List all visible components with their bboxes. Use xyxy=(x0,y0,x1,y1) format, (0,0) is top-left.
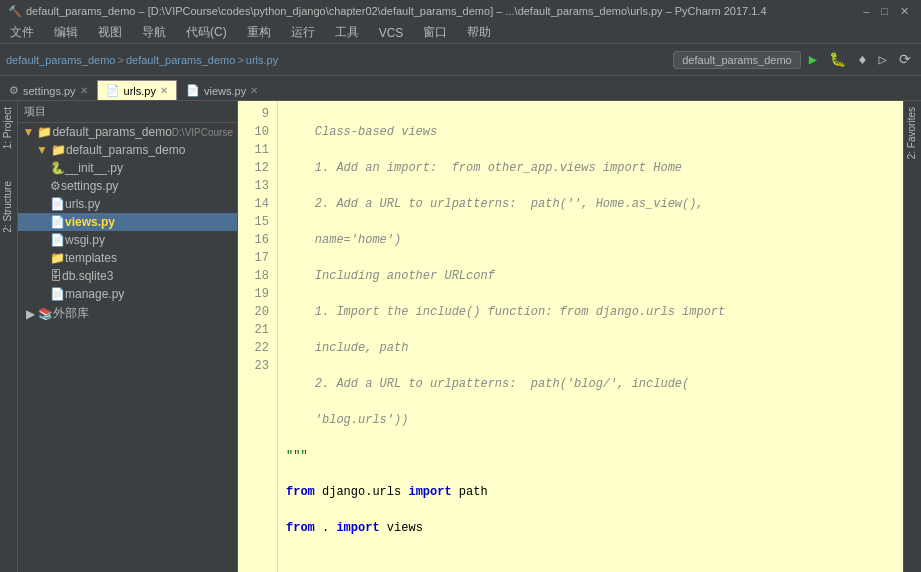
init-file-icon: 🐍 xyxy=(50,161,65,175)
app-icon: 🔨 xyxy=(8,5,22,18)
tabs-bar: ⚙ settings.py ✕ 📄 urls.py ✕ 📄 views.py ✕ xyxy=(0,76,921,101)
code-lines[interactable]: Class-based views 1. Add an import: from… xyxy=(278,101,903,572)
tree-item-views[interactable]: 📄 views.py xyxy=(18,213,237,231)
line-num-21: 21 xyxy=(246,321,269,339)
maximize-button[interactable]: □ xyxy=(877,5,892,18)
code-line-17: from . import views xyxy=(286,519,895,537)
tree-package-label: default_params_demo xyxy=(66,143,185,157)
menu-run[interactable]: 运行 xyxy=(285,23,321,42)
db-file-icon: 🗄 xyxy=(50,269,62,283)
tree-views-label: views.py xyxy=(65,215,115,229)
breadcrumb-sep2: > xyxy=(237,54,243,66)
tree-item-root[interactable]: ▼ 📁 default_params_demo D:\VIPCourse xyxy=(18,123,237,141)
toolbar: default_params_demo > default_params_dem… xyxy=(0,44,921,76)
favorites-panel-label[interactable]: 2: Favorites xyxy=(904,101,921,165)
structure-panel-label[interactable]: 2: Structure xyxy=(0,175,17,239)
code-line-13a: 1. Import the include() function: from d… xyxy=(286,303,895,321)
title-bar: 🔨 default_params_demo – [D:\VIPCourse\co… xyxy=(0,0,921,22)
project-panel-label[interactable]: 1: Project xyxy=(0,101,17,155)
tab-views-close[interactable]: ✕ xyxy=(250,85,258,96)
tab-settings-label: settings.py xyxy=(23,85,76,97)
code-line-16: from django.urls import path xyxy=(286,483,895,501)
settings-file-icon: ⚙ xyxy=(9,84,19,97)
code-line-11a: 2. Add a URL to urlpatterns: path('', Ho… xyxy=(286,195,895,213)
reload-button[interactable]: ⟳ xyxy=(895,49,915,70)
tree-urls-label: urls.py xyxy=(65,197,100,211)
breadcrumb-sep1: > xyxy=(117,54,123,66)
tree-manage-label: manage.py xyxy=(65,287,124,301)
package-folder-icon: 📁 xyxy=(51,143,66,157)
tree-settings-label: settings.py xyxy=(61,179,118,193)
window-controls[interactable]: – □ ✕ xyxy=(859,5,913,18)
tree-root-label: default_params_demo xyxy=(52,125,171,139)
tree-item-manage[interactable]: 📄 manage.py xyxy=(18,285,237,303)
tree-item-db[interactable]: 🗄 db.sqlite3 xyxy=(18,267,237,285)
code-line-11b: name='home') xyxy=(286,231,895,249)
line-num-14a: 14 xyxy=(246,195,269,213)
tree-item-package[interactable]: ▼ 📁 default_params_demo xyxy=(18,141,237,159)
menu-help[interactable]: 帮助 xyxy=(461,23,497,42)
breadcrumb-project[interactable]: default_params_demo xyxy=(6,54,115,66)
menu-navigate[interactable]: 导航 xyxy=(136,23,172,42)
line-num-18: 18 xyxy=(246,267,269,285)
tab-settings[interactable]: ⚙ settings.py ✕ xyxy=(0,80,97,100)
menu-vcs[interactable]: VCS xyxy=(373,25,410,41)
main-layout: 1: Project 2: Structure 项目 ▼ 📁 default_p… xyxy=(0,101,921,572)
tree-item-templates[interactable]: 📁 templates xyxy=(18,249,237,267)
code-line-15: """ xyxy=(286,447,895,465)
code-line-9: Class-based views xyxy=(286,123,895,141)
minimize-button[interactable]: – xyxy=(859,5,873,18)
debug-button[interactable]: 🐛 xyxy=(825,49,850,70)
window-title: default_params_demo – [D:\VIPCourse\code… xyxy=(26,5,767,17)
breadcrumb: default_params_demo > default_params_dem… xyxy=(6,54,669,66)
tree-item-wsgi[interactable]: 📄 wsgi.py xyxy=(18,231,237,249)
views-tree-icon: 📄 xyxy=(50,215,65,229)
folder-expand-icon: ▼ xyxy=(23,125,35,139)
code-line-10: 1. Add an import: from other_app.views i… xyxy=(286,159,895,177)
code-line-14a: 2. Add a URL to urlpatterns: path('blog/… xyxy=(286,375,895,393)
line-num-22: 22 xyxy=(246,339,269,357)
breadcrumb-package[interactable]: default_params_demo xyxy=(126,54,235,66)
settings-file-icon: ⚙ xyxy=(50,179,61,193)
tab-views[interactable]: 📄 views.py ✕ xyxy=(177,80,267,100)
external-expand-icon: ▶ xyxy=(26,307,35,321)
menu-file[interactable]: 文件 xyxy=(4,23,40,42)
tree-item-settings[interactable]: ⚙ settings.py xyxy=(18,177,237,195)
menu-code[interactable]: 代码(C) xyxy=(180,23,233,42)
side-panel-project: 1: Project 2: Structure xyxy=(0,101,18,572)
run-button[interactable]: ▶ xyxy=(805,49,821,70)
urls-file-icon: 📄 xyxy=(106,84,120,97)
line-num-11a: 11 xyxy=(246,141,269,159)
line-num-9: 9 xyxy=(246,105,269,123)
menu-window[interactable]: 窗口 xyxy=(417,23,453,42)
tree-wsgi-label: wsgi.py xyxy=(65,233,105,247)
line-num-15: 15 xyxy=(246,213,269,231)
tree-root-path: D:\VIPCourse xyxy=(172,127,233,138)
wsgi-file-icon: 📄 xyxy=(50,233,65,247)
code-editor[interactable]: 9 10 11 12 13 14 15 16 17 18 19 20 21 22… xyxy=(238,101,903,572)
tree-header-label: 项目 xyxy=(24,104,46,119)
profile-button[interactable]: ▷ xyxy=(875,49,891,70)
tab-settings-close[interactable]: ✕ xyxy=(80,85,88,96)
templates-folder-icon: 📁 xyxy=(50,251,65,265)
tree-item-init[interactable]: 🐍 __init__.py xyxy=(18,159,237,177)
line-num-23: 23 xyxy=(246,357,269,375)
code-line-14b: 'blog.urls')) xyxy=(286,411,895,429)
line-num-19: 19 xyxy=(246,285,269,303)
run-config-selector[interactable]: default_params_demo xyxy=(673,51,800,69)
views-file-icon: 📄 xyxy=(186,84,200,97)
coverage-button[interactable]: ♦ xyxy=(854,50,870,70)
tree-item-urls[interactable]: 📄 urls.py xyxy=(18,195,237,213)
tree-item-external[interactable]: ▶ 📚 外部库 xyxy=(18,303,237,324)
menu-view[interactable]: 视图 xyxy=(92,23,128,42)
side-panel-favorites: 2: Favorites xyxy=(903,101,921,572)
tab-urls-close[interactable]: ✕ xyxy=(160,85,168,96)
line-num-17: 17 xyxy=(246,249,269,267)
menu-edit[interactable]: 编辑 xyxy=(48,23,84,42)
tab-urls[interactable]: 📄 urls.py ✕ xyxy=(97,80,177,100)
close-button[interactable]: ✕ xyxy=(896,5,913,18)
breadcrumb-file[interactable]: urls.py xyxy=(246,54,278,66)
menu-tools[interactable]: 工具 xyxy=(329,23,365,42)
menu-refactor[interactable]: 重构 xyxy=(241,23,277,42)
tab-urls-label: urls.py xyxy=(124,85,156,97)
